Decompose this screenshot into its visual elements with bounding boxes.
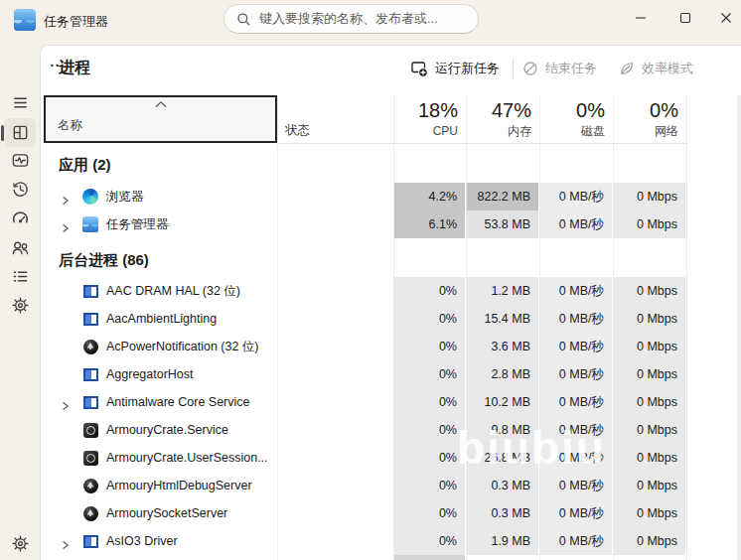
end-task-button[interactable]: 结束任务 (522, 55, 597, 82)
disk-cell: 0 MB/秒 (540, 388, 612, 416)
process-name: ArmouryCrate.UserSession... (106, 444, 268, 472)
close-button[interactable] (711, 5, 741, 31)
details-icon (11, 267, 30, 286)
network-cell: 0 Mbps (614, 305, 685, 333)
cpu-cell: 0% (394, 416, 465, 444)
expand-chevron-icon[interactable] (61, 536, 71, 546)
search-placeholder: 键入要搜索的名称、发布者或... (259, 10, 438, 28)
sidebar-item-users[interactable] (4, 234, 36, 260)
cpu-cell: 0% (394, 388, 465, 416)
task-manager-logo-icon (14, 9, 36, 31)
maximize-icon (679, 12, 691, 24)
expand-chevron-icon[interactable] (61, 192, 71, 202)
process-row[interactable]: AggregatorHost 0% 2.8 MB 0 MB/秒 0 Mbps (41, 360, 741, 388)
process-row[interactable]: ArmouryCrate.Service 0% 9.8 MB 0 MB/秒 0 … (41, 416, 741, 444)
process-row[interactable]: ArmouryCrate.UserSession... 0% 26.8 MB 0… (41, 444, 741, 472)
content-panel: 进程 运行新任务 结束任务 效率模式 ... (40, 45, 741, 560)
disk-total-value: 0% (539, 97, 605, 123)
process-row[interactable]: ArmourySocketServer 0% 0.3 MB 0 MB/秒 0 M… (41, 499, 741, 527)
memory-cell: 26.8 MB (467, 444, 538, 472)
network-cell: 0 Mbps (614, 183, 685, 210)
disk-cell: 0 MB/秒 (540, 416, 612, 444)
network-column-header[interactable]: 0% 网络 (613, 97, 686, 139)
sidebar-settings-button[interactable] (4, 530, 36, 556)
group-header-label: 应用 (2) (59, 156, 111, 175)
disk-column-label: 磁盘 (539, 123, 605, 139)
maximize-button[interactable] (670, 5, 700, 31)
window-title: 任务管理器 (44, 13, 108, 31)
network-cell: 0 Mbps (614, 416, 685, 444)
group-header-row[interactable]: 应用 (2) (41, 150, 741, 180)
expand-chevron-icon[interactable] (61, 219, 71, 229)
cpu-column-label: CPU (393, 123, 458, 139)
process-name: Antimalware Core Service (106, 388, 250, 416)
process-row[interactable]: AcPowerNotification (32 位) 0% 3.6 MB 0 M… (41, 333, 741, 360)
efficiency-mode-button[interactable]: 效率模式 (619, 55, 693, 82)
cpu-cell: 0% (394, 499, 465, 527)
memory-cell: 0.3 MB (467, 472, 538, 499)
process-name: ArmourySocketServer (106, 499, 227, 527)
process-icon (82, 422, 98, 438)
minimize-button[interactable] (626, 5, 656, 31)
process-row[interactable]: 任务管理器 6.1% 53.8 MB 0 MB/秒 0 Mbps (41, 210, 741, 238)
memory-total-value: 47% (466, 97, 531, 123)
process-row[interactable]: 浏览器 4.2% 822.2 MB 0 MB/秒 0 Mbps (41, 183, 741, 210)
network-total-value: 0% (613, 97, 678, 123)
search-input[interactable]: 键入要搜索的名称、发布者或... (223, 4, 479, 34)
expand-chevron-icon[interactable] (61, 397, 71, 407)
sidebar-item-app-history[interactable] (4, 176, 36, 202)
group-header-label: 后台进程 (86) (59, 251, 149, 270)
efficiency-mode-leaf-icon (619, 61, 635, 76)
memory-cell: 3.6 MB (467, 333, 538, 360)
sidebar-menu-button[interactable] (4, 89, 36, 115)
memory-cell: 1.2 MB (467, 277, 538, 305)
cpu-cell: 4.2% (394, 183, 465, 210)
process-name: AAC DRAM HAL (32 位) (106, 277, 240, 305)
app-history-icon (11, 180, 30, 199)
cpu-cell: 6.1% (394, 210, 465, 238)
process-icon (82, 366, 98, 382)
run-new-task-button[interactable]: 运行新任务 (410, 55, 500, 82)
efficiency-mode-label: 效率模式 (642, 60, 693, 77)
disk-cell: 0 MB/秒 (540, 333, 612, 360)
cpu-total-value: 18% (393, 97, 458, 123)
toolbar-divider (513, 59, 514, 78)
process-row[interactable]: AsIO3 Driver 0% 1.9 MB 0 MB/秒 0 Mbps (41, 527, 741, 555)
task-manager-window: 任务管理器 键入要搜索的名称、发布者或... (0, 0, 741, 560)
process-row[interactable]: Antimalware Core Service 0% 10.2 MB 0 MB… (41, 388, 741, 416)
network-cell: 0 Mbps (614, 333, 685, 360)
settings-gear-icon (11, 534, 30, 553)
disk-cell: 0 MB/秒 (540, 210, 612, 238)
process-row[interactable]: AAC DRAM HAL (32 位) 0% 1.2 MB 0 MB/秒 0 M… (41, 277, 741, 305)
sort-ascending-icon (154, 100, 168, 108)
run-new-task-label: 运行新任务 (435, 60, 500, 77)
name-column-header[interactable]: 名称 (44, 95, 277, 143)
partial-row-cpu-cell (394, 555, 465, 560)
sidebar-item-services[interactable] (4, 292, 36, 318)
memory-cell: 15.4 MB (467, 305, 538, 333)
status-column-header[interactable]: 状态 (285, 122, 310, 139)
minimize-icon (635, 12, 647, 24)
search-icon (236, 12, 251, 27)
process-row[interactable]: AacAmbientLighting 0% 15.4 MB 0 MB/秒 0 M… (41, 305, 741, 333)
process-row[interactable]: ArmouryHtmlDebugServer 0% 0.3 MB 0 MB/秒 … (41, 472, 741, 499)
sidebar-item-performance[interactable] (4, 147, 36, 173)
disk-column-header[interactable]: 0% 磁盘 (539, 97, 613, 139)
cpu-cell: 0% (394, 305, 465, 333)
memory-column-header[interactable]: 47% 内存 (466, 97, 539, 139)
sidebar-item-processes[interactable] (4, 119, 36, 145)
disk-cell: 0 MB/秒 (540, 305, 612, 333)
process-icon (82, 339, 98, 354)
sidebar-item-startup-apps[interactable] (4, 205, 36, 230)
group-header-row[interactable]: 后台进程 (86) (41, 245, 741, 275)
cpu-cell: 0% (394, 360, 465, 388)
users-icon (11, 238, 30, 257)
sidebar-item-details[interactable] (4, 263, 36, 289)
cpu-column-header[interactable]: 18% CPU (393, 97, 466, 139)
process-icon (82, 189, 98, 205)
process-icon (82, 283, 98, 299)
disk-cell: 0 MB/秒 (540, 472, 612, 499)
process-name: ArmouryCrate.Service (106, 416, 228, 444)
process-name: AcPowerNotification (32 位) (106, 333, 259, 360)
page-title: 进程 (59, 58, 90, 78)
